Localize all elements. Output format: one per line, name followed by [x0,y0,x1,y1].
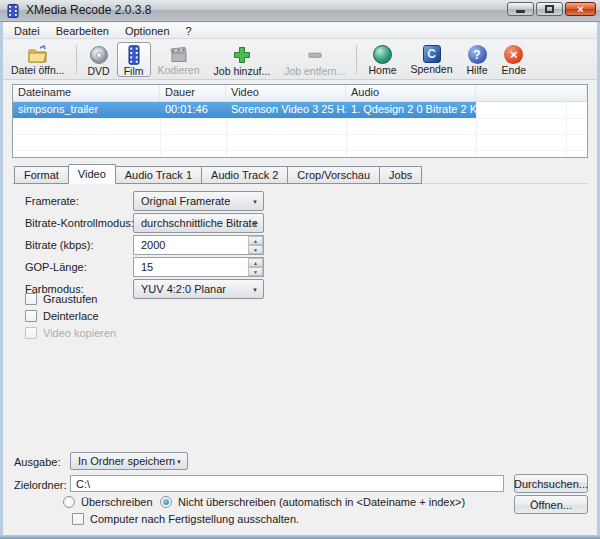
open-file-label: Datei öffn... [11,64,65,76]
add-job-label: Job hinzuf... [214,65,271,77]
column-divider [476,102,477,157]
no-overwrite-radio-row[interactable]: Nicht überschreiben (automatisch in <Dat… [160,496,465,508]
chevron-down-icon [252,287,258,293]
grayscale-label: Graustufen [43,293,97,305]
dvd-label: DVD [88,65,110,77]
job-file-list[interactable]: Dateiname Dauer Video Audio simpsons_tra… [12,84,588,158]
quit-button[interactable]: Ende [495,42,534,77]
browse-button-label: Durchsuchen... [514,478,588,490]
maximize-button[interactable] [536,2,563,16]
dvd-button[interactable]: DVD [81,42,117,77]
toolbar-separator [76,45,77,74]
column-divider [566,102,567,157]
film-label: Film [124,65,144,77]
colormode-select[interactable]: YUV 4:2:0 Planar [133,279,264,299]
browse-button[interactable]: Durchsuchen... [514,474,588,493]
chevron-down-icon [252,199,258,205]
zielordner-input[interactable]: C:\ [70,475,504,492]
colormode-value: YUV 4:2:0 Planar [141,283,226,295]
menu-datei[interactable]: Datei [6,24,48,38]
tab-jobs[interactable]: Jobs [379,166,422,184]
tab-strip: Format Video Audio Track 1 Audio Track 2… [14,166,422,184]
tab-audio-track-1[interactable]: Audio Track 1 [115,166,202,184]
add-job-button[interactable]: Job hinzuf... [207,42,278,77]
window-frame [0,22,3,539]
overwrite-label: Überschreiben [81,496,153,508]
open-folder-icon [27,45,48,64]
cell-audio: 1. Qdesign 2 0 Bitrate 2 Kanal [346,102,476,118]
encode-button[interactable]: Kodieren [151,42,207,77]
spin-up-icon[interactable] [248,236,263,245]
spinner [248,236,263,254]
bitrate-mode-select[interactable]: durchschnittliche Bitrate [133,213,264,233]
spin-up-icon[interactable] [248,258,263,267]
menu-bearbeiten[interactable]: Bearbeiten [48,24,117,38]
menu-optionen[interactable]: Optionen [117,24,178,38]
table-row-selected[interactable]: simpsons_trailer 00:01:46 Sorenson Video… [13,102,476,118]
toolbar-separator [356,45,357,74]
help-icon [468,45,487,64]
encode-label: Kodieren [158,64,200,76]
column-header-audio[interactable]: Audio [346,85,476,101]
radio-icon[interactable] [63,496,75,508]
checkbox-icon[interactable] [25,310,37,322]
close-button[interactable] [565,2,596,16]
clapperboard-icon [169,45,189,64]
cell-dauer: 00:01:46 [160,102,226,118]
framerate-select[interactable]: Orignal Framerate [133,191,264,211]
checkbox-icon[interactable] [72,513,84,525]
dvd-disc-icon [89,45,109,65]
bitrate-mode-label: Bitrate-Kontrollmodus: [25,217,134,229]
framerate-value: Orignal Framerate [141,195,230,207]
help-label: Hilfe [467,64,488,76]
column-header-video[interactable]: Video [226,85,346,101]
minimize-button[interactable] [507,2,534,16]
radio-checked-icon[interactable] [160,496,172,508]
maximize-icon [545,5,554,13]
chevron-down-icon [252,221,258,227]
checkbox-icon[interactable] [25,293,37,305]
spin-down-icon[interactable] [248,245,263,254]
gop-stepper[interactable]: 15 [133,257,264,277]
minimize-icon [516,10,525,13]
deinterlace-label: Deinterlace [43,310,99,322]
column-header-empty [476,85,587,101]
column-header-dauer[interactable]: Dauer [160,85,226,101]
zielordner-value: C:\ [76,478,90,490]
ausgabe-select[interactable]: In Ordner speichern [70,452,188,470]
open-output-button[interactable]: Öffnen... [514,495,588,514]
close-icon [577,3,583,15]
menu-help[interactable]: ? [178,24,200,38]
film-strip-icon [126,45,142,65]
film-button[interactable]: Film [117,42,151,77]
remove-job-label: Job entfern... [284,65,345,77]
quit-label: Ende [502,64,527,76]
bitrate-stepper[interactable]: 2000 [133,235,264,255]
cell-dateiname: simpsons_trailer [13,102,160,118]
tab-format[interactable]: Format [14,166,69,184]
remove-job-button[interactable]: Job entfern... [277,42,352,77]
title-bar[interactable]: XMedia Recode 2.0.3.8 [0,0,600,22]
globe-icon [373,45,392,64]
help-button[interactable]: Hilfe [460,42,495,77]
donate-label: Spenden [410,63,452,75]
zielordner-label: Zielordner: [14,479,67,491]
home-button[interactable]: Home [361,42,403,77]
tab-crop-vorschau[interactable]: Crop/Vorschau [287,166,380,184]
column-header-dateiname[interactable]: Dateiname [13,85,160,101]
grayscale-checkbox-row[interactable]: Graustufen [25,293,97,305]
spin-down-icon[interactable] [248,267,263,276]
donate-button[interactable]: Spenden [403,42,459,77]
tab-video[interactable]: Video [68,164,116,184]
tab-audio-track-2[interactable]: Audio Track 2 [201,166,288,184]
gop-value: 15 [141,261,153,273]
quit-icon [504,45,523,64]
menu-bar: Datei Bearbeiten Optionen ? [1,23,599,39]
shutdown-checkbox-row[interactable]: Computer nach Fertigstellung ausschalten… [72,513,299,525]
open-file-button[interactable]: Datei öffn... [4,42,72,77]
overwrite-radio-row[interactable]: Überschreiben [63,496,153,508]
deinterlace-checkbox-row[interactable]: Deinterlace [25,310,99,322]
copy-video-label: Video kopieren [43,327,116,339]
row-divider [13,118,587,119]
row-divider [13,150,587,151]
